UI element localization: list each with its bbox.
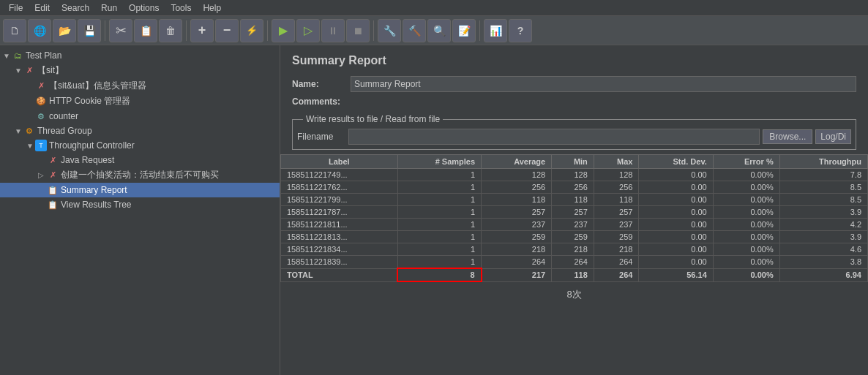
table-cell: 259 — [594, 231, 639, 243]
table-cell: 8.5 — [779, 194, 867, 206]
note-button[interactable]: 📝 — [452, 19, 476, 42]
open-file-button[interactable]: 📂 — [53, 19, 76, 42]
browse-button[interactable]: Browse... — [763, 129, 812, 144]
table-cell: 0.00% — [713, 194, 779, 206]
tree-item-view-results[interactable]: 📋 View Results Tree — [0, 197, 280, 212]
toggle-button[interactable]: ⚡ — [240, 19, 263, 42]
delete-button[interactable]: 🗑 — [159, 19, 182, 42]
table-cell: 0.00% — [713, 231, 779, 243]
toolbar: 🗋 🌐 📂 💾 ✂ 📋 🗑 + − ⚡ ▶ ▷ ⏸ ⏹ 🔧 🔨 🔍 📝 📊 ? — [0, 16, 868, 45]
tree-item-test-plan[interactable]: ▼ 🗂 Test Plan — [0, 48, 280, 63]
menu-file[interactable]: File — [3, 1, 29, 15]
arrow-sit: ▼ — [15, 67, 23, 75]
col-average: Average — [482, 155, 552, 169]
start-nopause-button[interactable]: ▷ — [296, 19, 320, 42]
tree-label-counter: counter — [49, 111, 78, 121]
table-cell: 1 — [397, 219, 481, 231]
tree-item-java-request[interactable]: ✗ Java Request — [0, 153, 280, 167]
table-row: 158511221787...12572572570.000.00%3.9 — [281, 206, 868, 219]
table-cell: 158511221834... — [281, 243, 398, 256]
table-cell: 8 — [397, 268, 481, 281]
thread-icon: ⚙ — [23, 125, 35, 137]
tree-item-thread-group[interactable]: ▼ ⚙ Thread Group — [0, 124, 280, 138]
stop-button[interactable]: ⏹ — [346, 19, 370, 42]
table-cell: 7.8 — [779, 169, 867, 181]
table-cell: 264 — [552, 256, 594, 269]
tree-item-create-activity[interactable]: ▷ ✗ 创建一个抽奖活动：活动结束后不可购买 — [0, 167, 280, 183]
tree-item-http-cookie[interactable]: 🍪 HTTP Cookie 管理器 — [0, 94, 280, 109]
thread-icon-sit: ✗ — [23, 65, 35, 77]
table-cell: 128 — [594, 169, 639, 181]
arrow-view-results — [38, 201, 47, 209]
tool2-button[interactable]: 🔨 — [403, 19, 426, 42]
table-cell: 217 — [482, 268, 552, 281]
tree-item-throughput[interactable]: ▼ T Throughput Controller — [0, 138, 280, 153]
copy-button[interactable]: 📋 — [134, 19, 157, 42]
arrow-counter — [26, 113, 35, 121]
table-cell: 158511221811... — [281, 219, 398, 231]
arrow-sit-uat — [26, 82, 35, 90]
table-header-row: Label # Samples Average Min Max Std. Dev… — [281, 155, 868, 169]
tree-item-summary-report[interactable]: 📋 Summary Report — [0, 183, 280, 197]
tree-item-sit-uat[interactable]: ✗ 【sit&uat】信息头管理器 — [0, 78, 280, 94]
table-cell: 0.00% — [713, 219, 779, 231]
arrow-create-activity: ▷ — [38, 171, 47, 179]
table-cell: 0.00 — [639, 181, 713, 194]
tree-label-http-cookie: HTTP Cookie 管理器 — [49, 95, 130, 107]
tool1-button[interactable]: 🔧 — [378, 19, 401, 42]
search-button[interactable]: 🔍 — [427, 19, 451, 42]
col-label: Label — [281, 155, 398, 169]
table-cell: 118 — [552, 194, 594, 206]
table-cell: 256 — [482, 181, 552, 194]
tree-item-sit[interactable]: ▼ ✗ 【sit】 — [0, 63, 280, 78]
table-cell: 158511221799... — [281, 194, 398, 206]
table-cell: 118 — [552, 268, 594, 281]
menu-edit[interactable]: Edit — [29, 1, 56, 15]
tree-panel: ▼ 🗂 Test Plan ▼ ✗ 【sit】 ✗ 【sit&uat】信息头管理… — [0, 45, 280, 375]
col-throughput: Throughpu — [779, 155, 867, 169]
menu-tools[interactable]: Tools — [165, 1, 197, 15]
arrow-thread-group: ▼ — [15, 127, 23, 135]
table-row: 158511221813...12592592590.000.00%3.9 — [281, 231, 868, 243]
menu-search[interactable]: Search — [56, 1, 95, 15]
arrow-http-cookie — [26, 97, 35, 105]
menu-help[interactable]: Help — [197, 1, 227, 15]
sep1 — [105, 20, 105, 41]
help-button[interactable]: ? — [509, 19, 532, 42]
cut-button[interactable]: ✂ — [109, 19, 132, 42]
start-button[interactable]: ▶ — [272, 19, 295, 42]
listener-icon-summary: 📋 — [47, 184, 59, 196]
table-cell: 158511221813... — [281, 231, 398, 243]
right-panel: Summary Report Name: Comments: Write res… — [280, 45, 868, 375]
save-button[interactable]: 💾 — [78, 19, 101, 42]
table-row: TOTAL821711826456.140.00%6.94 — [281, 268, 868, 281]
table-cell: 1 — [397, 206, 481, 219]
table-cell: 1 — [397, 256, 481, 269]
table-cell: 0.00% — [713, 206, 779, 219]
table-cell: 1 — [397, 169, 481, 181]
annotation-text: 8次 — [280, 282, 868, 307]
tree-item-counter[interactable]: ⚙ counter — [0, 109, 280, 124]
controller-icon: T — [35, 140, 47, 151]
table-cell: 0.00 — [639, 256, 713, 269]
table-cell: 158511221787... — [281, 206, 398, 219]
remove-button[interactable]: − — [215, 19, 239, 42]
menu-run[interactable]: Run — [95, 1, 123, 15]
pause-button[interactable]: ⏸ — [321, 19, 345, 42]
table-button[interactable]: 📊 — [484, 19, 507, 42]
table-cell: 1 — [397, 194, 481, 206]
table-cell: 0.00 — [639, 219, 713, 231]
name-input[interactable] — [351, 76, 856, 92]
file-group-legend: Write results to file / Read from file — [303, 114, 443, 124]
listener-icon-results: 📋 — [47, 199, 59, 211]
new-button[interactable]: 🗋 — [3, 19, 26, 42]
tree-label-thread-group: Thread Group — [37, 126, 92, 136]
logd-button[interactable]: Log/Di — [815, 129, 851, 144]
menu-options[interactable]: Options — [123, 1, 165, 15]
name-row: Name: — [280, 73, 868, 95]
table-cell: 0.00 — [639, 231, 713, 243]
open-url-button[interactable]: 🌐 — [28, 19, 51, 42]
add-button[interactable]: + — [190, 19, 214, 42]
filename-input[interactable] — [348, 129, 760, 145]
tree-label-throughput: Throughput Controller — [49, 140, 135, 151]
